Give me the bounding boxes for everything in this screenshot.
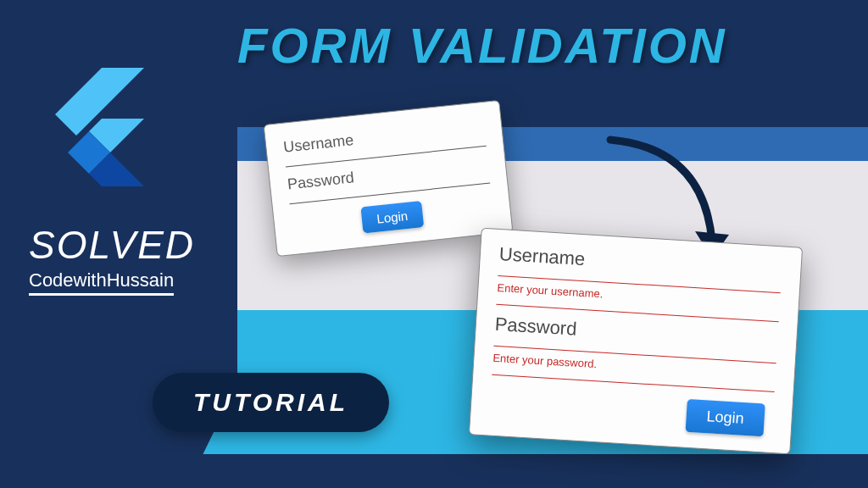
login-form-before: Username Password Login — [264, 100, 514, 257]
password-field: Password Enter your password. — [492, 313, 778, 392]
brand-name: CodewithHussain — [29, 269, 174, 296]
login-form-after-validation: Username Enter your username. Password E… — [469, 228, 803, 455]
login-button[interactable]: Login — [686, 399, 765, 437]
flutter-logo-icon — [42, 68, 144, 195]
solved-heading: SOLVED — [29, 222, 195, 268]
tutorial-badge: TUTORIAL — [153, 373, 389, 432]
username-label: Username — [498, 243, 782, 282]
main-title: FORM VALIDATION — [237, 17, 727, 74]
username-label: Username — [282, 118, 485, 157]
username-field: Username Enter your username. — [496, 243, 782, 322]
login-button[interactable]: Login — [360, 201, 425, 233]
